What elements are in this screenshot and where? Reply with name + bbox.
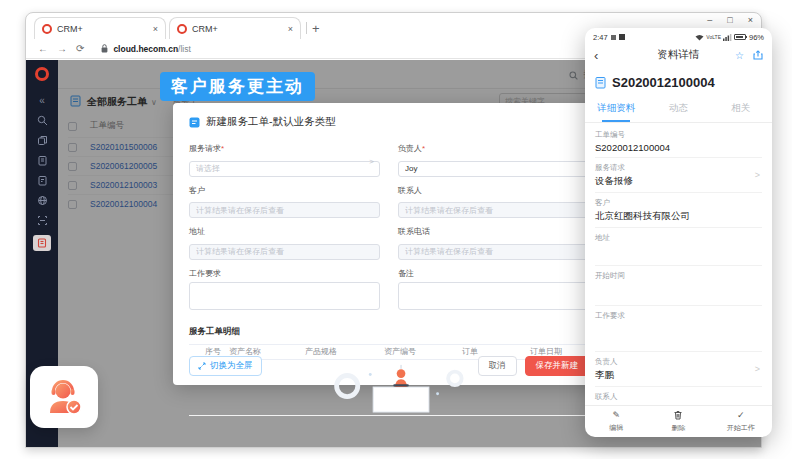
window-minimize-button[interactable]: – xyxy=(707,15,712,25)
support-agent-icon xyxy=(43,377,85,417)
back-button[interactable]: ← xyxy=(38,44,48,54)
delete-button[interactable]: 删除 xyxy=(647,406,709,437)
tab-divider xyxy=(306,22,307,34)
trash-icon xyxy=(673,410,683,421)
record-doc-icon xyxy=(595,76,606,89)
start-work-button[interactable]: ✓ 开始工作 xyxy=(710,406,772,437)
chevron-right-icon: > xyxy=(755,364,760,374)
forward-button[interactable]: → xyxy=(57,44,67,54)
required-mark: * xyxy=(221,144,224,153)
tab-detail-info[interactable]: 详细资料 xyxy=(585,97,647,122)
save-button[interactable]: 保存并新建 xyxy=(525,356,590,376)
lock-icon xyxy=(101,44,108,53)
phone-detail-panel: 2:47 VoLTE 96% ‹ 资料详情 ☆ S2020012100 xyxy=(585,28,772,437)
sidebar-scan-icon[interactable] xyxy=(37,210,48,230)
field-order-number: 工单编号 S2020012100004 xyxy=(595,125,762,158)
edit-button[interactable]: ✎ 编辑 xyxy=(585,406,647,437)
tab-related[interactable]: 相关 xyxy=(710,97,772,122)
modal-title-icon xyxy=(189,117,200,128)
record-id-row: S2020012100004 xyxy=(585,66,772,97)
field-label: 联系人 xyxy=(398,185,589,196)
tab-activity[interactable]: 动态 xyxy=(647,97,709,122)
support-float-card[interactable] xyxy=(30,366,98,428)
battery-icon xyxy=(734,34,746,40)
phone-status-bar: 2:47 VoLTE 96% xyxy=(585,28,772,44)
notification-icon xyxy=(611,35,616,40)
contact-input xyxy=(398,202,589,218)
field-address: 地址 xyxy=(595,228,762,266)
tab-title: CRM+ xyxy=(57,24,83,34)
reload-button[interactable]: ⟳ xyxy=(76,44,84,54)
field-customer: 客户 北京红圈科技有限公司 xyxy=(595,193,762,228)
detail-section-title: 服务工单明细 xyxy=(189,326,589,338)
field-work-requirement: 工作要求 xyxy=(595,306,762,352)
field-contact: 联系人 xyxy=(595,387,762,405)
field-label: 客户 xyxy=(189,185,380,196)
field-owner[interactable]: 负责人 李鹏 > xyxy=(595,352,762,387)
expand-icon xyxy=(198,362,206,370)
record-id: S2020012100004 xyxy=(612,75,715,90)
field-start-time: 开始时间 xyxy=(595,266,762,306)
field-label: 工作要求 xyxy=(189,268,380,279)
contact-phone-input xyxy=(398,244,589,260)
share-icon[interactable] xyxy=(753,50,763,60)
wifi-icon xyxy=(695,34,704,41)
check-icon: ✓ xyxy=(737,410,745,421)
hecom-favicon-icon xyxy=(177,24,187,34)
url-path: /list xyxy=(178,44,191,54)
field-service-request[interactable]: 服务请求 设备报修 > xyxy=(595,158,762,193)
field-label: 地址 xyxy=(189,226,380,237)
battery-percent: 96% xyxy=(749,33,764,42)
hecom-favicon-icon xyxy=(42,24,52,34)
field-label: 负责人 xyxy=(398,144,422,153)
detail-fields: 工单编号 S2020012100004 服务请求 设备报修 > 客户 北京红圈科… xyxy=(585,123,772,405)
new-tab-button[interactable]: + xyxy=(312,21,320,36)
remark-textarea[interactable] xyxy=(398,282,589,310)
sidebar-document-icon[interactable] xyxy=(37,150,48,170)
service-request-select[interactable] xyxy=(189,161,380,177)
sidebar-globe-icon[interactable] xyxy=(37,190,48,210)
phone-tabs: 详细资料 动态 相关 xyxy=(585,97,772,123)
owner-input[interactable] xyxy=(398,161,589,177)
browser-tab-1[interactable]: CRM+ × xyxy=(34,17,166,39)
chevron-right-icon: > xyxy=(369,157,374,166)
tab-close-icon[interactable]: × xyxy=(153,24,158,34)
window-close-button[interactable]: × xyxy=(748,15,753,25)
sidebar-copy-icon[interactable] xyxy=(37,130,48,150)
field-label: 服务请求 xyxy=(189,144,221,153)
chevron-right-icon: > xyxy=(755,170,760,180)
field-label: 联系电话 xyxy=(398,226,589,237)
fullscreen-toggle-button[interactable]: 切换为全屏 xyxy=(189,356,262,376)
customer-input xyxy=(189,202,380,218)
sidebar-active-tool-button[interactable] xyxy=(33,235,51,251)
promo-banner: 客户服务更主动 xyxy=(160,72,315,101)
modal-title: 新建服务工单-默认业务类型 xyxy=(206,115,336,129)
phone-nav-bar: ‹ 资料详情 ☆ xyxy=(585,44,772,66)
signal-bars-icon xyxy=(723,34,732,41)
sidebar-form-icon[interactable] xyxy=(37,170,48,190)
notification-icon xyxy=(619,34,625,40)
tab-close-icon[interactable]: × xyxy=(288,24,293,34)
required-mark: * xyxy=(422,144,425,153)
sidebar-search-icon[interactable] xyxy=(37,110,48,130)
tab-title: CRM+ xyxy=(192,24,218,34)
phone-action-bar: ✎ 编辑 删除 ✓ 开始工作 xyxy=(585,405,772,437)
star-icon[interactable]: ☆ xyxy=(735,50,744,61)
window-maximize-button[interactable]: □ xyxy=(727,15,732,25)
sidebar-collapse-button[interactable]: « xyxy=(39,90,45,110)
edit-icon: ✎ xyxy=(612,410,620,421)
address-input xyxy=(189,244,380,260)
field-label: 备注 xyxy=(398,268,589,279)
new-work-order-modal: 新建服务工单-默认业务类型 服务请求* > 客户 地址 工作要求 xyxy=(173,103,605,385)
work-order-icon xyxy=(37,238,47,248)
hecom-logo-icon xyxy=(35,67,49,81)
browser-tab-2[interactable]: CRM+ × xyxy=(169,17,301,39)
work-requirement-textarea[interactable] xyxy=(189,282,380,310)
volte-indicator: VoLTE xyxy=(706,34,721,40)
url-host: cloud.hecom.cn xyxy=(113,44,178,54)
status-time: 2:47 xyxy=(593,33,608,42)
cancel-button[interactable]: 取消 xyxy=(478,356,517,376)
